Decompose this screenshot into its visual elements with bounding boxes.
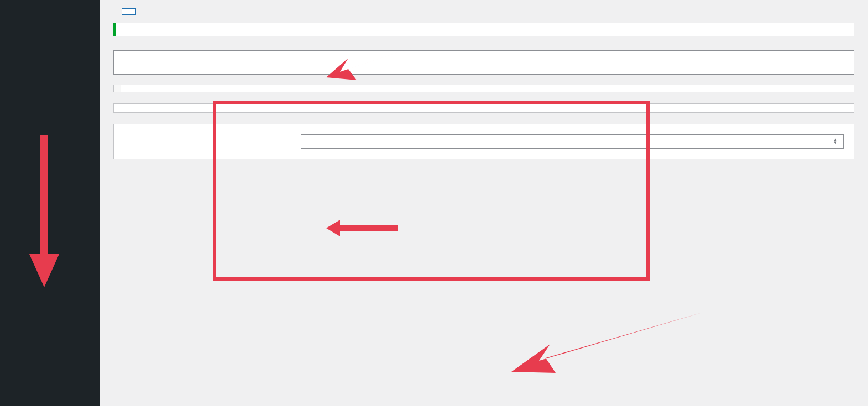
chevron-updown-icon: ▲▼: [833, 138, 838, 145]
hook-field-label: [124, 134, 301, 149]
admin-sidebar: [0, 0, 100, 406]
annotation-arrow-2: [323, 217, 401, 239]
annotation-arrow-3: [506, 305, 710, 377]
post-published-notice: [113, 23, 854, 36]
hook-title-input[interactable]: [113, 50, 854, 75]
main-content: ▲▼: [100, 0, 868, 406]
code-editor[interactable]: [113, 85, 854, 92]
hook-select[interactable]: ▲▼: [301, 134, 844, 149]
hook-field-box: ▲▼: [113, 124, 854, 159]
settings-panel: [113, 103, 854, 113]
add-new-element-button[interactable]: [122, 8, 136, 15]
